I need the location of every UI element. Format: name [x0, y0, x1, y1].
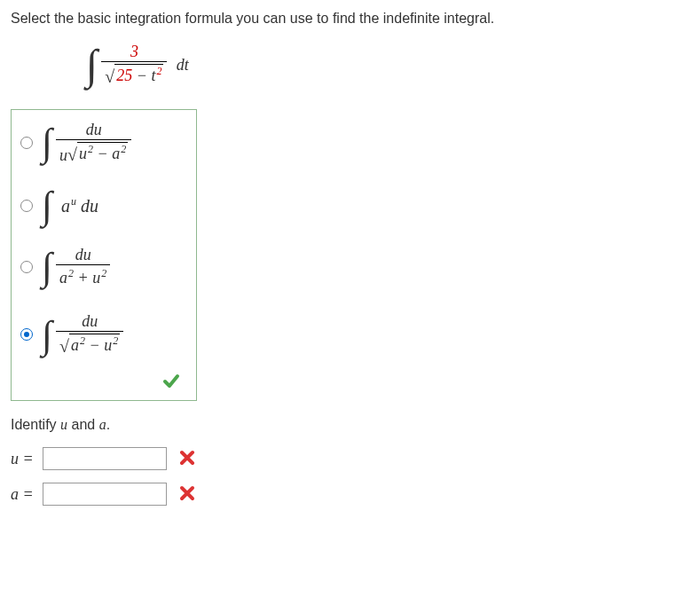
option-1[interactable]: ∫ du u√u2 − a2: [20, 121, 187, 165]
option-3[interactable]: ∫ du a2 + u2: [20, 246, 187, 287]
options-feedback: [20, 365, 187, 393]
u-input[interactable]: [43, 447, 167, 470]
option-2-radio[interactable]: [20, 200, 33, 212]
options-group: ∫ du u√u2 − a2 ∫ au du ∫ du a2 + u2: [11, 109, 197, 401]
problem-integral: ∫ 3 √ 25 − t2 dt: [86, 43, 689, 87]
option-4-radio[interactable]: [20, 328, 33, 341]
cross-icon: [179, 450, 195, 466]
identify-prompt: Identify u and a.: [11, 417, 689, 433]
problem-differential: dt: [177, 56, 189, 74]
check-icon: [162, 373, 180, 390]
input-row-a: a =: [11, 483, 689, 506]
cross-icon: [179, 485, 195, 501]
u-label: u =: [11, 450, 43, 468]
a-input[interactable]: [43, 483, 167, 506]
problem-numerator: 3: [127, 43, 142, 61]
option-3-radio[interactable]: [20, 261, 33, 273]
a-feedback: [179, 485, 195, 504]
a-label: a =: [11, 485, 43, 504]
option-2[interactable]: ∫ au du: [20, 190, 187, 221]
option-4[interactable]: ∫ du √a2 − u2: [20, 312, 187, 357]
question-prompt: Select the basic integration formula you…: [11, 11, 689, 27]
u-feedback: [179, 450, 195, 468]
input-row-u: u =: [11, 447, 689, 470]
option-1-radio[interactable]: [20, 137, 33, 149]
